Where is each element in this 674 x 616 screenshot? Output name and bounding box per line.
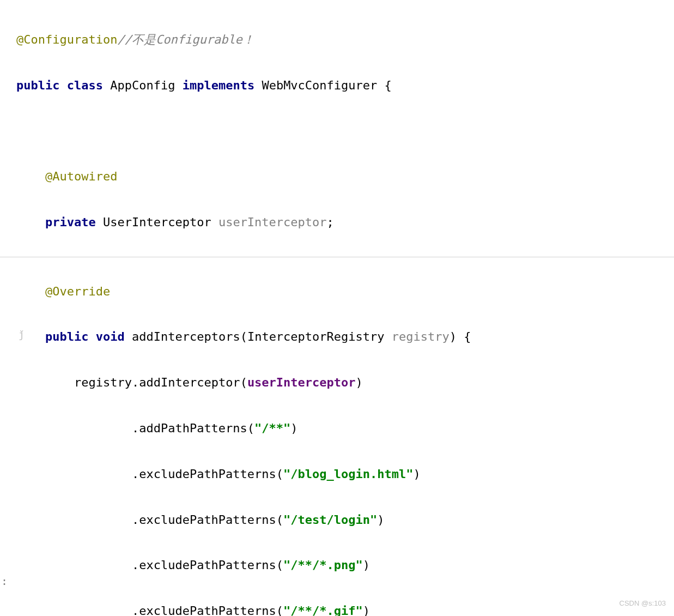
code-line[interactable]: registry.addInterceptor(userInterceptor) — [16, 371, 674, 394]
separator-line — [0, 257, 674, 257]
annotation: @Configuration — [16, 33, 117, 46]
paren-open: ( — [276, 513, 283, 527]
code-line[interactable]: public class AppConfig implements WebMvc… — [16, 74, 674, 97]
method-call: excludePathPatterns — [139, 513, 276, 527]
watermark: CSDN @s:103 — [620, 597, 666, 611]
keyword-public: public — [45, 330, 88, 343]
dot: . — [132, 376, 139, 389]
class-name: AppConfig — [110, 78, 175, 92]
method-call: addPathPatterns — [139, 421, 247, 435]
method-call: excludePathPatterns — [139, 558, 276, 572]
dot: . — [132, 421, 139, 435]
paren-open: ( — [240, 330, 247, 343]
string-literal: "/**/*.gif" — [283, 604, 363, 616]
string-literal: "/**/*.png" — [283, 558, 363, 572]
paren-open: ( — [247, 421, 254, 435]
param-name: registry — [392, 330, 450, 343]
comment: //不是Configurable！ — [117, 33, 254, 46]
string-literal: "/test/login" — [283, 513, 377, 527]
interface-name: WebMvcConfigurer — [262, 78, 377, 92]
dot: . — [132, 558, 139, 572]
dot: . — [132, 604, 139, 616]
string-literal: "/**" — [254, 421, 290, 435]
keyword-implements: implements — [183, 78, 254, 92]
code-editor[interactable]: @Configuration//不是Configurable！ public c… — [0, 5, 674, 616]
bottom-colon: : — [1, 571, 8, 591]
dot: . — [132, 467, 139, 481]
method-name: addInterceptors — [132, 330, 240, 343]
keyword-public: public — [16, 78, 59, 92]
code-line[interactable]: .excludePathPatterns("/test/login") — [16, 509, 674, 532]
code-line[interactable]: .excludePathPatterns("/**/*.gif") — [16, 600, 674, 616]
string-literal: "/blog_login.html" — [283, 467, 413, 481]
keyword-class: class — [67, 78, 103, 92]
brace-open: { — [385, 78, 392, 92]
paren-close: ) — [290, 421, 297, 435]
type-name: UserInterceptor — [103, 215, 211, 229]
code-line[interactable]: @Autowired — [16, 165, 674, 188]
paren-open: ( — [276, 604, 283, 616]
keyword-private: private — [45, 215, 96, 229]
method-call: excludePathPatterns — [139, 467, 276, 481]
code-line[interactable]: .excludePathPatterns("/blog_login.html") — [16, 463, 674, 486]
code-line-empty[interactable] — [16, 119, 674, 142]
code-line[interactable]: ǰ public void addInterceptors(Intercepto… — [16, 325, 674, 348]
dot: . — [132, 513, 139, 527]
code-line[interactable]: @Configuration//不是Configurable！ — [16, 28, 674, 51]
paren-close: ) — [414, 467, 421, 481]
paren-open: ( — [276, 467, 283, 481]
paren-close: ) — [363, 558, 370, 572]
code-line[interactable]: private UserInterceptor userInterceptor; — [16, 211, 674, 234]
annotation: @Override — [45, 285, 110, 298]
annotation: @Autowired — [45, 170, 117, 183]
paren-open: ( — [240, 376, 247, 389]
semicolon: ; — [327, 215, 334, 229]
paren-open: ( — [276, 558, 283, 572]
code-line[interactable]: .addPathPatterns("/**") — [16, 417, 674, 440]
paren-close: ) — [377, 513, 384, 527]
field-name: userInterceptor — [218, 215, 327, 229]
keyword-void: void — [96, 330, 125, 343]
paren-close: ) — [450, 330, 457, 343]
paren-close: ) — [356, 376, 363, 389]
code-line[interactable]: @Override — [16, 280, 674, 303]
type-name: InterceptorRegistry — [247, 330, 385, 343]
variable: registry — [74, 376, 132, 389]
paren-close: ) — [363, 604, 370, 616]
override-gutter-icon[interactable]: ǰ — [19, 325, 25, 344]
code-line[interactable]: .excludePathPatterns("/**/*.png") — [16, 554, 674, 577]
brace-open: { — [464, 330, 471, 343]
method-call: addInterceptor — [139, 376, 240, 389]
field-ref: userInterceptor — [247, 376, 356, 389]
method-call: excludePathPatterns — [139, 604, 276, 616]
